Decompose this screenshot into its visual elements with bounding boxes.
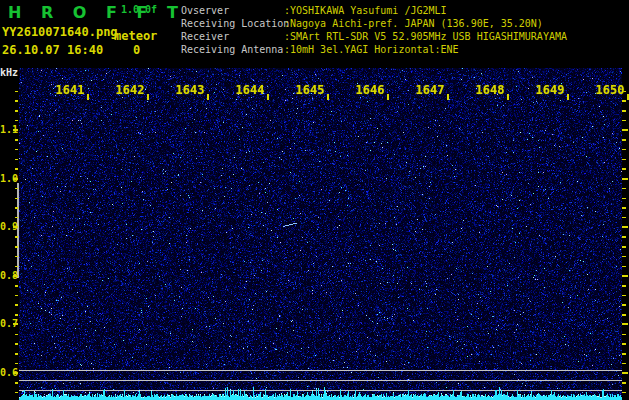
output-filename: YY2610071640.png [2, 25, 118, 39]
freq-minor-tick-right [622, 159, 626, 161]
station-value: :10mH 3el.YAGI Horizontal:ENE [284, 44, 459, 55]
freq-tick-label: 0.7 [0, 318, 14, 329]
freq-tick-label: 1.1 [0, 124, 14, 135]
freq-major-tick-right [622, 372, 628, 374]
time-minute-tick [87, 94, 89, 100]
time-minute-tick [147, 94, 149, 100]
freq-tick-label: 0.6 [0, 367, 14, 378]
station-row: Ovserver:YOSHIKAWA Yasufumi /JG2MLI [181, 6, 447, 16]
freq-minor-tick-right [622, 256, 626, 258]
time-minute-tick [447, 94, 449, 100]
freq-minor-tick [15, 256, 18, 258]
freq-minor-tick-right [622, 353, 626, 355]
freq-minor-tick [15, 304, 18, 306]
freq-minor-tick-right [622, 139, 626, 141]
freq-minor-tick-right [622, 392, 626, 394]
freq-tick-label: 1.0 [0, 173, 14, 184]
time-minute-tick [207, 94, 209, 100]
meteor-count: 0 [133, 43, 140, 57]
time-tick-label: 1643 [170, 83, 210, 97]
freq-minor-tick-right [622, 149, 626, 151]
datetime-label: 26.10.07 16:40 [2, 43, 103, 57]
freq-minor-tick-right [622, 100, 626, 102]
freq-tick-label: 0.9 [0, 221, 14, 232]
time-minute-tick [567, 94, 569, 100]
freq-minor-tick [15, 236, 18, 238]
time-tick-label: 1646 [350, 83, 390, 97]
time-tick-label: 1645 [290, 83, 330, 97]
time-tick-label: 1642 [110, 83, 150, 97]
freq-major-tick-right [622, 323, 628, 325]
freq-tick-label: 0.8 [0, 270, 14, 281]
station-row: Receiving Antenna:10mH 3el.YAGI Horizont… [181, 45, 459, 55]
time-tick-label: 1649 [530, 83, 570, 97]
freq-major-tick [13, 226, 18, 228]
station-value: :SMArt RTL-SDR V5 52.905MHz USB HIGASHIM… [284, 31, 567, 42]
freq-minor-tick-right [622, 110, 626, 112]
hrofft-window: H R O F F T 1.0.0f YY2610071640.png mete… [0, 0, 629, 400]
time-tick-label: 1641 [50, 83, 90, 97]
freq-unit-label: kHz [0, 67, 18, 78]
freq-minor-tick [15, 295, 18, 297]
freq-minor-tick-right [622, 363, 626, 365]
freq-minor-tick-right [622, 198, 626, 200]
station-row: Receiving Location:Nagoya Aichi-pref. JA… [181, 19, 543, 29]
freq-minor-tick [15, 120, 18, 122]
mode-label: meteor [114, 29, 157, 43]
freq-minor-tick [15, 159, 18, 161]
station-value: :YOSHIKAWA Yasufumi /JG2MLI [284, 5, 447, 16]
time-tick-label: 1644 [230, 83, 270, 97]
freq-minor-tick [15, 266, 18, 268]
spectrogram-canvas [19, 68, 622, 400]
freq-minor-tick-right [622, 343, 626, 345]
freq-minor-tick-right [622, 207, 626, 209]
app-title: H R O F F T [8, 3, 185, 22]
time-tick-label: 1650 [590, 83, 629, 97]
freq-minor-tick [15, 382, 18, 384]
freq-major-tick-right [622, 226, 628, 228]
freq-minor-tick [15, 285, 18, 287]
freq-minor-tick [15, 91, 18, 93]
time-minute-tick [507, 94, 509, 100]
freq-minor-tick-right [622, 285, 626, 287]
freq-minor-tick [15, 139, 18, 141]
freq-minor-tick-right [622, 217, 626, 219]
freq-minor-tick [15, 207, 18, 209]
freq-major-tick [13, 275, 18, 277]
freq-minor-tick [15, 353, 18, 355]
freq-minor-tick [15, 343, 18, 345]
freq-minor-tick-right [622, 295, 626, 297]
station-label: Receiving Antenna [181, 45, 284, 55]
freq-major-tick-right [622, 129, 628, 131]
freq-minor-tick-right [622, 246, 626, 248]
freq-minor-tick-right [622, 168, 626, 170]
freq-minor-tick [15, 100, 18, 102]
freq-major-tick [13, 372, 18, 374]
freq-minor-tick-right [622, 304, 626, 306]
freq-minor-tick-right [622, 236, 626, 238]
freq-minor-tick [15, 334, 18, 336]
freq-minor-tick-right [622, 188, 626, 190]
freq-minor-tick-right [622, 266, 626, 268]
freq-minor-tick [15, 198, 18, 200]
time-minute-tick [267, 94, 269, 100]
time-tick-label: 1648 [470, 83, 510, 97]
freq-minor-tick [15, 392, 18, 394]
freq-minor-tick-right [622, 334, 626, 336]
freq-major-tick-right [622, 178, 628, 180]
freq-minor-tick [15, 363, 18, 365]
app-version: 1.0.0f [121, 4, 157, 15]
freq-minor-tick [15, 188, 18, 190]
time-tick-label: 1647 [410, 83, 450, 97]
station-row: Receiver:SMArt RTL-SDR V5 52.905MHz USB … [181, 32, 567, 42]
time-minute-tick [387, 94, 389, 100]
freq-major-tick-right [622, 275, 628, 277]
time-minute-tick [327, 94, 329, 100]
station-label: Receiver [181, 32, 284, 42]
freq-minor-tick [15, 246, 18, 248]
freq-minor-tick-right [622, 314, 626, 316]
freq-minor-tick [15, 149, 18, 151]
freq-minor-tick [15, 314, 18, 316]
freq-minor-tick [15, 110, 18, 112]
freq-major-tick [13, 129, 18, 131]
